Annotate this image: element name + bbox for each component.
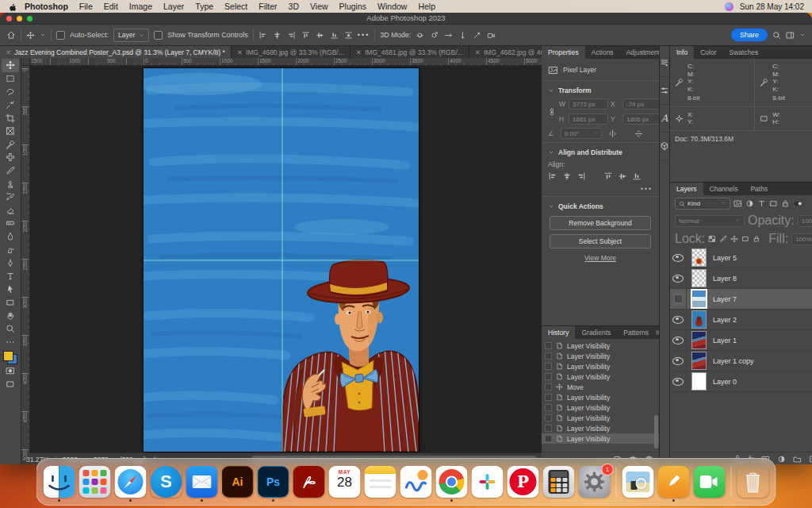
brush-tool[interactable]: [2, 164, 19, 178]
dock-app-pages[interactable]: [658, 466, 690, 498]
align-more-icon[interactable]: •••: [548, 185, 653, 193]
close-tab-icon[interactable]: ✕: [237, 48, 243, 56]
layer-thumbnail[interactable]: [691, 248, 707, 267]
history-source-checkbox[interactable]: [545, 383, 552, 391]
close-tab-icon[interactable]: ✕: [356, 48, 362, 56]
camera-3d-icon[interactable]: [487, 31, 496, 40]
menu-item-edit[interactable]: Edit: [98, 2, 124, 11]
dock-app-notes[interactable]: [365, 466, 396, 498]
scale-3d-icon[interactable]: [473, 31, 481, 40]
slide-3d-icon[interactable]: [458, 31, 467, 40]
layer-thumbnail[interactable]: [691, 352, 707, 370]
user-icon[interactable]: user: [661, 2, 671, 11]
spotlight-icon[interactable]: zoom: [693, 2, 703, 11]
visibility-eye-icon[interactable]: [672, 316, 684, 324]
history-source-checkbox[interactable]: [545, 352, 552, 360]
frame-tool[interactable]: [2, 125, 19, 138]
menu-item-3d[interactable]: 3D: [283, 2, 304, 11]
search-icon[interactable]: [772, 31, 781, 40]
chevron-down-icon[interactable]: [799, 32, 806, 38]
history-state[interactable]: Layer Visibility: [542, 413, 659, 423]
type-tool[interactable]: [2, 270, 19, 283]
3d-panel-icon[interactable]: [660, 133, 669, 160]
share-button[interactable]: Share: [731, 29, 768, 41]
history-state[interactable]: Layer Visibility: [542, 433, 659, 444]
visibility-eye-icon[interactable]: [672, 254, 684, 262]
y-position-field[interactable]: 1806 px: [622, 114, 659, 125]
link-dimensions-icon[interactable]: [548, 108, 557, 116]
dock-app-acrobat[interactable]: [293, 466, 325, 498]
lock-all-icon[interactable]: [753, 235, 760, 243]
layer-thumbnail[interactable]: [691, 310, 707, 329]
align-middle-v-icon[interactable]: [316, 31, 324, 40]
document-tab-3[interactable]: ✕IMG_4682.jpg @ 46.4% (RGB/...: [469, 46, 542, 58]
document-tab-1[interactable]: ✕IMG_4680.jpg @ 33.3% (RGB/...: [232, 46, 350, 58]
history-state[interactable]: Layer Visibility: [542, 351, 659, 361]
canvas-area[interactable]: 1500100050005001000150020002500300035004…: [21, 58, 542, 464]
tab-patterns[interactable]: Patterns: [617, 326, 655, 339]
history-source-checkbox[interactable]: [545, 425, 552, 432]
dock-app-slack[interactable]: [472, 466, 504, 498]
history-source-checkbox[interactable]: [545, 342, 552, 349]
align-center-h-icon[interactable]: [562, 171, 572, 181]
filter-adjustment-layers-icon[interactable]: [745, 199, 754, 208]
tab-paths[interactable]: Paths: [744, 183, 774, 195]
document-viewport[interactable]: [29, 65, 542, 453]
workspace-icon[interactable]: [786, 31, 795, 40]
align-center-h-icon[interactable]: [273, 31, 282, 40]
menu-item-file[interactable]: File: [74, 2, 98, 11]
filter-smart-objects-icon[interactable]: [781, 199, 790, 208]
lock-transparent-icon[interactable]: [708, 235, 716, 243]
new-layer-icon[interactable]: [809, 455, 812, 464]
remove-background-button[interactable]: Remove Background: [550, 216, 651, 230]
hand-tool[interactable]: [2, 309, 19, 322]
menu-item-image[interactable]: Image: [124, 2, 158, 11]
transform-section-header[interactable]: Transform: [548, 84, 653, 96]
visibility-eye-icon[interactable]: [672, 337, 684, 344]
dock-app-illustrator[interactable]: Ai: [222, 466, 254, 498]
menu-item-type[interactable]: Type: [190, 2, 219, 11]
home-icon[interactable]: [6, 30, 16, 40]
history-source-checkbox[interactable]: [545, 373, 552, 380]
rotation-field[interactable]: 0.00°: [561, 128, 602, 139]
minimize-window-button[interactable]: [17, 16, 22, 21]
layer-thumbnail[interactable]: [691, 372, 707, 391]
siri-icon[interactable]: [725, 2, 733, 11]
filter-toggle-icon[interactable]: [793, 198, 803, 209]
auto-select-dropdown[interactable]: Layer: [113, 29, 149, 42]
document-tab-2[interactable]: ✕IMG_4681.jpg @ 33.3% (RGB/...: [350, 46, 469, 58]
object-selection-tool[interactable]: [2, 98, 19, 112]
document-canvas[interactable]: [144, 68, 419, 452]
eraser-tool[interactable]: [2, 204, 19, 217]
dock-app-wave-app[interactable]: [400, 466, 432, 498]
dock-app-skype[interactable]: S: [151, 466, 182, 498]
align-bottom-icon[interactable]: [632, 171, 642, 181]
history-state[interactable]: Layer Visibility: [542, 341, 659, 351]
layer-thumbnail[interactable]: [691, 269, 707, 287]
visibility-hidden-checkbox[interactable]: [674, 294, 683, 303]
align-section-header[interactable]: Align and Distribute: [548, 146, 653, 158]
select-subject-button[interactable]: Select Subject: [550, 234, 651, 248]
apple-menu[interactable]: [8, 2, 17, 12]
quick-mask-button[interactable]: [2, 364, 19, 378]
sync-icon[interactable]: sync: [566, 2, 576, 11]
flip-vertical-icon[interactable]: [634, 129, 643, 138]
history-state[interactable]: Move: [542, 382, 659, 392]
history-source-checkbox[interactable]: [545, 414, 552, 421]
filter-kind-dropdown[interactable]: Kind: [675, 198, 730, 210]
dock-app-calendar[interactable]: MAY28: [329, 466, 361, 498]
menu-item-select[interactable]: Select: [219, 2, 253, 11]
height-field[interactable]: 1861 px: [569, 114, 608, 125]
history-state[interactable]: Layer Visibility: [542, 423, 659, 433]
history-state[interactable]: Layer Visibility: [542, 392, 659, 402]
filter-shape-layers-icon[interactable]: [769, 199, 778, 208]
panel-menu-icon[interactable]: [655, 326, 659, 339]
new-group-icon[interactable]: [793, 455, 802, 464]
display-icon[interactable]: display: [709, 2, 718, 11]
layer-row[interactable]: Layer 8: [670, 268, 812, 289]
roll-3d-icon[interactable]: [430, 31, 439, 40]
history-state[interactable]: Layer Visibility: [542, 361, 659, 371]
foreground-color-swatch[interactable]: [3, 351, 13, 361]
lock-pixels-icon[interactable]: [719, 235, 727, 243]
eyedropper-tool[interactable]: [2, 138, 19, 152]
